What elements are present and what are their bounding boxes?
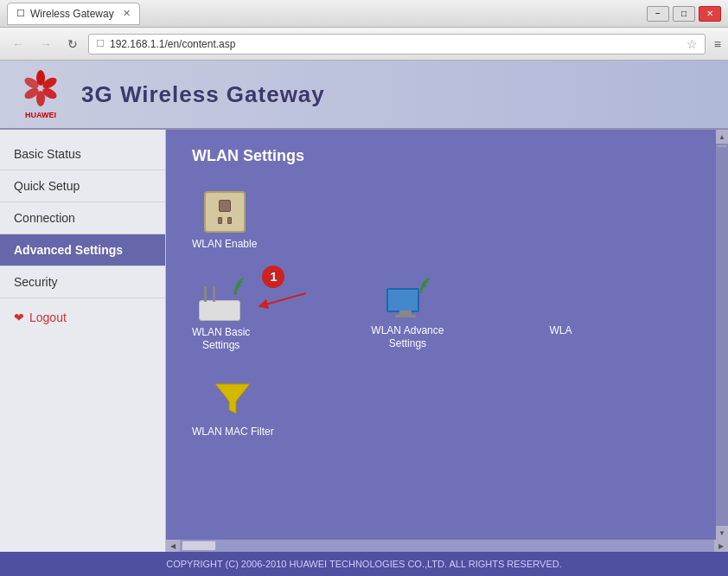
- nav-bar: ← → ↻ ☐ 192.168.1.1/en/content.asp ☆ ≡: [0, 28, 728, 61]
- huawei-logo-svg: [17, 69, 64, 109]
- antenna-right: [213, 286, 215, 302]
- tab-title: Wireless Gateway: [30, 8, 114, 20]
- forward-button[interactable]: →: [35, 35, 57, 53]
- content-scroll[interactable]: WLAN Settings: [166, 130, 716, 540]
- tab-area: ☐ Wireless Gateway ✕: [7, 3, 140, 25]
- content-area: WLAN Settings: [166, 130, 716, 540]
- wla-partial-label: WLA: [549, 324, 572, 338]
- bookmark-icon[interactable]: ☆: [686, 37, 698, 51]
- scroll-up-button[interactable]: ▲: [716, 130, 728, 144]
- hscroll-left-button[interactable]: ◀: [166, 540, 180, 552]
- hscroll-thumb[interactable]: [182, 541, 216, 551]
- page-title: WLAN Settings: [192, 147, 690, 165]
- logo-area: HUAWEI: [17, 69, 64, 119]
- monitor-base: [395, 315, 416, 317]
- svg-line-7: [263, 293, 306, 305]
- tab-close-btn[interactable]: ✕: [123, 8, 131, 19]
- hscroll-right-button[interactable]: ▶: [714, 540, 728, 552]
- wifi-waves-svg: [223, 278, 247, 302]
- address-bar[interactable]: ☐ 192.168.1.1/en/content.asp ☆: [88, 34, 706, 54]
- close-button[interactable]: ✕: [699, 6, 721, 22]
- router-icon: [195, 278, 247, 321]
- footer: COPYRIGHT (C) 2006-2010 HUAWEI TECHNOLOG…: [0, 552, 728, 576]
- page-header: HUAWEI 3G Wireless Gateway: [0, 61, 728, 130]
- funnel-svg: [214, 379, 252, 417]
- wlan-enable-label: WLAN Enable: [192, 238, 257, 252]
- funnel-icon: [212, 379, 253, 420]
- wlan-basic-settings-icon-item[interactable]: 1: [192, 278, 250, 353]
- wlan-advance-label: WLAN AdvanceSettings: [371, 324, 444, 351]
- socket-pin-right: [227, 217, 232, 224]
- body-area: Basic Status Quick Setup Connection Adva…: [0, 130, 728, 552]
- browser-tab[interactable]: ☐ Wireless Gateway ✕: [7, 3, 140, 25]
- sidebar-item-advanced-settings[interactable]: Advanced Settings: [0, 234, 165, 266]
- wlan-advance-settings-icon-item[interactable]: WLAN AdvanceSettings: [371, 278, 444, 351]
- sidebar-item-connection[interactable]: Connection: [0, 202, 165, 234]
- maximize-button[interactable]: □: [673, 6, 695, 22]
- logout-label: Logout: [29, 310, 67, 324]
- sidebar-item-security[interactable]: Security: [0, 266, 165, 298]
- page-icon: ☐: [96, 38, 105, 49]
- main-content: HUAWEI 3G Wireless Gateway Basic Status …: [0, 61, 728, 576]
- router-body: [199, 300, 240, 321]
- browser-menu-icon[interactable]: ≡: [714, 37, 721, 51]
- sidebar-item-quick-setup[interactable]: Quick Setup: [0, 170, 165, 202]
- horizontal-scrollbar[interactable]: ◀ ▶: [166, 540, 728, 552]
- advance-icon: [383, 278, 431, 319]
- title-bar: ☐ Wireless Gateway ✕ − □ ✕: [0, 0, 728, 28]
- scroll-down-button[interactable]: ▼: [716, 526, 728, 540]
- monitor-wifi-svg: [411, 278, 431, 298]
- refresh-button[interactable]: ↻: [62, 35, 83, 53]
- wlan-enable-icon-item[interactable]: WLAN Enable: [192, 191, 257, 252]
- window-controls: − □ ✕: [647, 6, 721, 22]
- brand-label: HUAWEI: [25, 111, 56, 119]
- arrow-svg: [259, 286, 310, 312]
- vertical-scrollbar[interactable]: ▲ ▼: [716, 130, 728, 540]
- antenna-left: [204, 286, 207, 302]
- socket-hole-1: [219, 200, 231, 212]
- wlan-enable-icon: [204, 191, 246, 233]
- page-header-title: 3G Wireless Gateway: [81, 81, 325, 108]
- wlan-mac-filter-icon-item[interactable]: WLAN MAC Filter: [192, 379, 274, 439]
- minimize-button[interactable]: −: [647, 6, 669, 22]
- sidebar-item-basic-status[interactable]: Basic Status: [0, 138, 165, 170]
- back-button[interactable]: ←: [7, 35, 29, 53]
- tab-icon: ☐: [16, 8, 25, 19]
- svg-marker-8: [215, 384, 250, 413]
- wlan-partial-icon-item[interactable]: WLA: [547, 278, 573, 338]
- scroll-thumb[interactable]: [717, 145, 727, 147]
- scroll-track: [716, 144, 728, 526]
- badge-number: 1: [262, 266, 284, 288]
- footer-text: COPYRIGHT (C) 2006-2010 HUAWEI TECHNOLOG…: [166, 559, 561, 569]
- wlan-basic-label: WLAN BasicSettings: [192, 326, 250, 353]
- sidebar: Basic Status Quick Setup Connection Adva…: [0, 130, 166, 552]
- socket-pin-left: [218, 217, 222, 224]
- logout-button[interactable]: ❤ Logout: [0, 302, 165, 333]
- wla-partial-icon: [547, 278, 573, 319]
- logout-icon: ❤: [14, 310, 24, 324]
- address-text: 192.168.1.1/en/content.asp: [110, 38, 681, 50]
- wlan-mac-filter-label: WLAN MAC Filter: [192, 426, 274, 439]
